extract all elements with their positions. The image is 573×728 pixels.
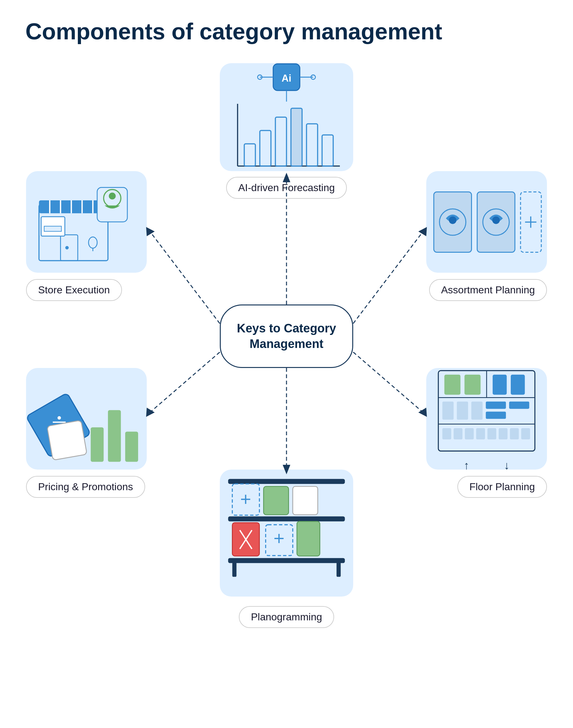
svg-line-2 — [150, 231, 220, 324]
svg-point-40 — [109, 193, 116, 200]
svg-point-45 — [449, 216, 457, 224]
svg-line-4 — [353, 231, 423, 324]
diagram-container: Ai — [26, 63, 547, 728]
svg-rect-64 — [445, 375, 461, 395]
svg-rect-79 — [499, 428, 508, 439]
svg-rect-85 — [228, 516, 345, 522]
planogramming-card — [220, 469, 353, 597]
svg-rect-65 — [464, 375, 480, 395]
svg-text:↓: ↓ — [504, 459, 510, 472]
svg-rect-26 — [322, 135, 333, 166]
svg-rect-67 — [511, 375, 525, 395]
floor-planning-card: ↑ ↓ — [426, 368, 547, 469]
svg-rect-70 — [471, 402, 482, 420]
svg-rect-68 — [442, 402, 454, 420]
svg-rect-25 — [307, 124, 318, 166]
ai-forecasting-icon: Ai — [220, 59, 353, 175]
floor-planning-label: Floor Planning — [457, 476, 547, 498]
svg-rect-21 — [244, 144, 255, 166]
assortment-planning-card — [426, 171, 547, 273]
svg-point-35 — [65, 246, 69, 249]
svg-rect-37 — [44, 226, 61, 231]
svg-rect-23 — [275, 117, 286, 166]
hub-text2: Management — [250, 337, 323, 350]
svg-rect-34 — [61, 235, 78, 261]
svg-rect-99 — [232, 562, 236, 577]
center-hub: Keys to Category Management — [220, 304, 353, 368]
svg-rect-98 — [297, 521, 320, 556]
svg-rect-24 — [291, 108, 302, 166]
svg-rect-57 — [91, 427, 104, 462]
svg-marker-7 — [146, 408, 155, 417]
svg-marker-3 — [146, 227, 155, 236]
floor-planning-icon: ↑ ↓ — [426, 362, 547, 475]
svg-rect-74 — [442, 428, 451, 439]
assortment-planning-icon — [426, 177, 547, 267]
page-title: Components of category management — [25, 19, 548, 44]
svg-rect-81 — [521, 428, 530, 439]
svg-text:Ai: Ai — [282, 73, 292, 84]
svg-rect-58 — [108, 410, 121, 462]
svg-marker-5 — [418, 227, 427, 236]
assortment-planning-label: Assortment Planning — [429, 279, 547, 301]
store-execution-card — [26, 171, 147, 273]
svg-rect-84 — [228, 479, 345, 484]
pricing-promotions-card — [26, 368, 147, 469]
svg-point-48 — [492, 216, 500, 224]
svg-rect-75 — [454, 428, 463, 439]
svg-marker-9 — [418, 408, 427, 417]
svg-line-6 — [150, 352, 220, 412]
svg-text:↑: ↑ — [464, 459, 469, 472]
ai-forecasting-label: AI-driven Forecasting — [226, 177, 347, 199]
svg-rect-77 — [476, 428, 485, 439]
planogramming-label: Planogramming — [239, 606, 334, 628]
svg-rect-100 — [337, 562, 341, 577]
svg-rect-76 — [465, 428, 474, 439]
svg-rect-71 — [486, 402, 506, 409]
svg-rect-56 — [47, 421, 87, 460]
svg-rect-80 — [510, 428, 519, 439]
svg-rect-73 — [486, 411, 506, 419]
pricing-promotions-label: Pricing & Promotions — [26, 476, 145, 498]
ai-forecasting-card: Ai — [220, 63, 353, 171]
svg-line-8 — [353, 352, 423, 412]
svg-rect-66 — [492, 375, 507, 395]
hub-text: Keys to Category — [237, 322, 336, 335]
store-execution-label: Store Execution — [26, 279, 122, 301]
store-execution-icon — [26, 170, 147, 274]
svg-point-54 — [57, 416, 61, 420]
pricing-promotions-icon — [26, 367, 147, 470]
svg-rect-59 — [125, 432, 138, 462]
svg-rect-69 — [457, 402, 468, 420]
svg-rect-89 — [264, 486, 289, 515]
svg-rect-91 — [228, 558, 345, 563]
svg-rect-72 — [509, 402, 529, 409]
svg-rect-22 — [260, 130, 271, 166]
planogramming-icon — [220, 466, 353, 600]
svg-point-41 — [89, 237, 97, 248]
svg-rect-78 — [487, 428, 497, 439]
svg-rect-90 — [293, 486, 318, 515]
